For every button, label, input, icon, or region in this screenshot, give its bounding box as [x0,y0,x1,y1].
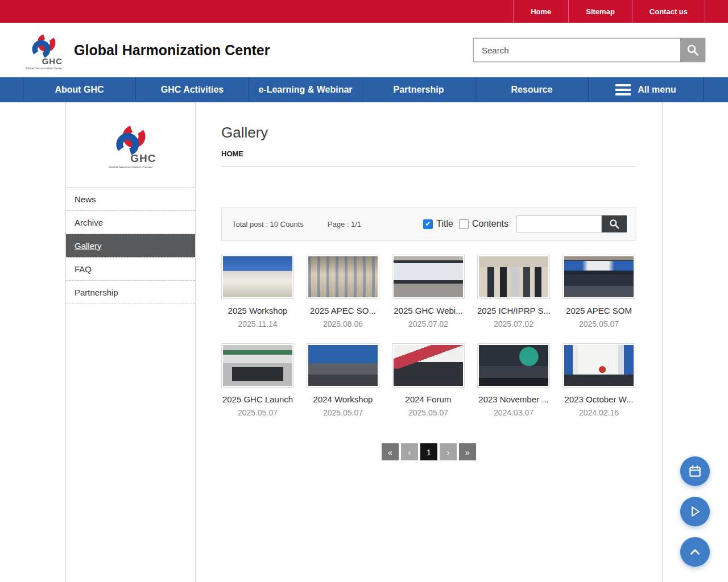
hamburger-icon [615,84,631,95]
all-menu-button[interactable]: All menu [589,77,704,102]
gallery-item-date: 2025.07.02 [477,319,550,329]
sidebar-item-gallery[interactable]: Gallery [66,234,195,257]
pagination-last-button[interactable]: » [459,443,476,460]
gallery-item[interactable]: 2025 APEC SOM 2025.05.07 [562,255,635,329]
contents-checkbox-label: Contents [472,219,508,229]
pagination-prev-button[interactable]: ‹ [401,443,418,460]
gallery-grid: 2025 Workshop 2025.11.14 2025 APEC SO...… [221,255,636,417]
gallery-item-date: 2024.03.07 [477,408,550,417]
gallery-item-title: 2024 Forum [392,394,465,404]
title-divider [221,167,636,167]
gallery-thumbnail[interactable] [221,255,294,299]
topbar-link-home[interactable]: Home [513,0,568,23]
gallery-item-date: 2024.02.16 [562,408,635,417]
search-icon [686,43,700,57]
gallery-item-title: 2023 October W... [562,394,635,404]
sidebar-item-archive[interactable]: Archive [66,211,195,234]
search-icon [609,218,620,230]
gallery-item-date: 2025.08.06 [307,319,379,329]
logo-tagline: Global Harmonization Center [109,165,152,169]
gallery-item-title: 2025 Workshop [221,306,294,315]
title-checkbox-label: Title [436,219,453,229]
calendar-button[interactable] [680,456,710,486]
gallery-item[interactable]: 2024 Forum 2025.05.07 [392,343,465,417]
gallery-thumbnail[interactable] [562,255,635,299]
nav-item-ghc-activities[interactable]: GHC Activities [136,77,249,102]
nav-item-about-ghc[interactable]: About GHC [23,77,136,102]
gallery-item[interactable]: 2025 GHC Launch 2025.05.07 [221,343,294,417]
play-button[interactable] [680,497,710,526]
topbar-link-contact-us[interactable]: Contact us [632,0,705,23]
gallery-item-title: 2025 APEC SOM [562,306,635,315]
gallery-thumbnail[interactable] [477,255,550,299]
gallery-item[interactable]: 2025 APEC SO... 2025.08.06 [307,255,379,329]
sidebar-item-partnership[interactable]: Partnership [66,281,195,304]
gallery-search-input[interactable] [516,215,602,232]
ghc-logo[interactable]: GHC Global Harmonization Center [22,30,66,70]
gallery-thumbnail[interactable] [477,343,550,388]
gallery-item-title: 2024 Workshop [307,394,379,404]
gallery-item[interactable]: 2025 Workshop 2025.11.14 [221,255,294,329]
gallery-item[interactable]: 2025 GHC Webi... 2025.07.02 [392,255,465,329]
content-container: GHC Global Harmonization Center News Arc… [65,102,663,582]
gallery-item[interactable]: 2025 ICH/IPRP S... 2025.07.02 [477,255,550,329]
nav-item-resource[interactable]: Resource [475,77,589,102]
all-menu-label: All menu [638,85,676,95]
gallery-thumbnail[interactable] [562,343,635,388]
chevron-up-icon [688,544,702,559]
play-icon [688,505,702,518]
scroll-to-top-button[interactable] [680,537,710,567]
header-search [473,38,705,62]
filter-search-group: Title Contents [423,215,627,232]
gallery-item-date: 2025.07.02 [392,319,465,329]
sidebar-item-faq[interactable]: FAQ [66,257,195,281]
gallery-filter-bar: Total post : 10 Counts Page : 1/1 Title … [221,207,636,241]
sidebar-item-news[interactable]: News [66,188,195,211]
topbar-link-sitemap[interactable]: Sitemap [568,0,632,23]
logo-tagline: Global Harmonization Center [26,66,62,70]
page-indicator: Page : 1/1 [328,220,361,228]
gallery-thumbnail[interactable] [392,255,465,299]
gallery-item-date: 2025.05.07 [392,408,465,417]
gallery-item[interactable]: 2023 November ... 2024.03.07 [477,343,550,417]
main-nav: About GHC GHC Activities e-Learning & We… [0,77,728,102]
gallery-thumbnail[interactable] [307,255,379,299]
site-title: Global Harmonization Center [74,42,270,59]
gallery-item-title: 2025 GHC Webi... [392,306,465,315]
floating-buttons [680,456,710,567]
pagination-next-button[interactable]: › [440,443,457,460]
gallery-item[interactable]: 2024 Workshop 2025.05.07 [307,343,379,417]
sidebar: GHC Global Harmonization Center News Arc… [66,102,196,582]
sidebar-ghc-logo[interactable]: GHC Global Harmonization Center [100,120,162,169]
sidebar-menu: News Archive Gallery FAQ Partnership [66,188,195,304]
nav-item-elearning-webinar[interactable]: e-Learning & Webinar [249,77,362,102]
gallery-thumbnail[interactable] [307,343,379,388]
pagination: « ‹ 1 › » [221,443,636,460]
gallery-item-title: 2023 November ... [477,394,550,404]
title-checkbox[interactable] [423,219,433,229]
gallery-thumbnail[interactable] [221,343,294,388]
logo-acronym: GHC [42,56,63,66]
gallery-item-date: 2025.05.07 [307,408,379,417]
nav-item-partnership[interactable]: Partnership [362,77,475,102]
header-search-input[interactable] [473,38,680,62]
logo-acronym: GHC [130,152,156,165]
gallery-item[interactable]: 2023 October W... 2024.02.16 [562,343,635,417]
contents-checkbox[interactable] [459,219,469,229]
gallery-item-date: 2025.05.07 [221,408,294,417]
gallery-thumbnail[interactable] [392,343,465,388]
gallery-search-button[interactable] [602,215,627,232]
gallery-item-date: 2025.05.07 [562,319,635,329]
gallery-item-title: 2025 ICH/IPRP S... [477,306,550,315]
calendar-icon [688,464,702,479]
main-content: Gallery HOME Total post : 10 Counts Page… [196,102,662,582]
site-header: GHC Global Harmonization Center Global H… [0,23,728,77]
gallery-item-title: 2025 GHC Launch [221,394,294,404]
total-post-count: Total post : 10 Counts [232,220,304,228]
pagination-first-button[interactable]: « [382,443,399,460]
breadcrumb[interactable]: HOME [221,149,636,158]
pagination-page-1[interactable]: 1 [420,443,437,460]
page-title: Gallery [221,124,636,142]
header-search-button[interactable] [680,38,705,62]
top-utility-bar: Home Sitemap Contact us [0,0,728,23]
